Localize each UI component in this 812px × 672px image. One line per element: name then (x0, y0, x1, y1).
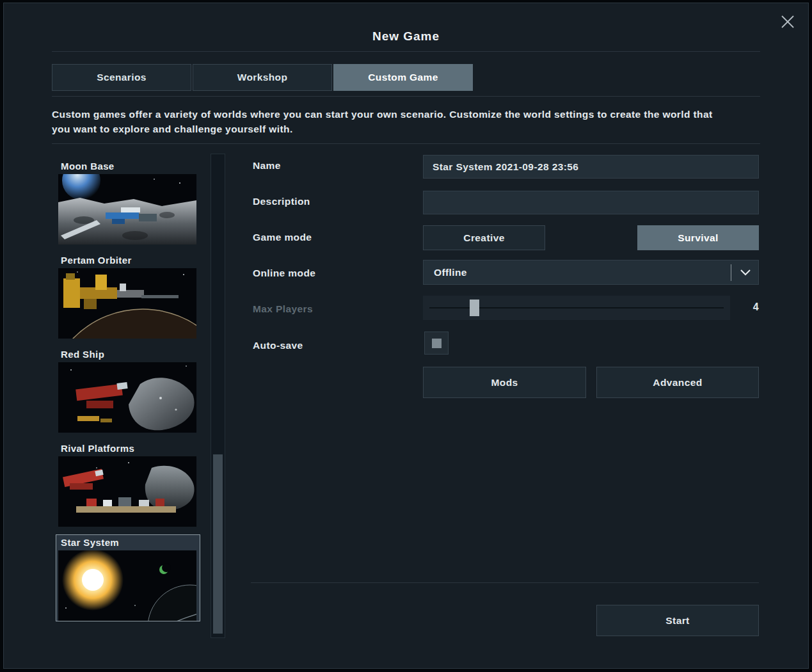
survival-button[interactable]: Survival (637, 225, 759, 250)
tab-workshop[interactable]: Workshop (193, 64, 332, 91)
max-players-value: 4 (736, 301, 759, 313)
scenario-item-pertam-orbiter[interactable]: Pertam Orbiter (56, 253, 200, 339)
close-icon (780, 14, 795, 29)
online-mode-dropdown[interactable]: Offline (423, 260, 759, 285)
rival-platforms-thumbnail (58, 456, 196, 527)
dropdown-separator (731, 264, 731, 281)
name-input[interactable] (423, 155, 759, 179)
dialog-title: New Game (0, 29, 812, 44)
max-players-slider[interactable] (423, 296, 730, 320)
max-players-label: Max Players (253, 303, 313, 315)
scenario-name: Red Ship (58, 348, 198, 362)
online-mode-label: Online mode (253, 268, 315, 279)
divider-under-tabs (52, 96, 760, 97)
divider-under-intro (52, 143, 760, 144)
scenario-name: Rival Platforms (58, 442, 198, 456)
scenario-item-red-ship[interactable]: Red Ship (56, 347, 200, 433)
tab-bar: Scenarios Workshop Custom Game (52, 64, 473, 91)
description-input[interactable] (423, 191, 759, 214)
tab-scenarios[interactable]: Scenarios (52, 64, 191, 91)
close-button[interactable] (778, 12, 797, 31)
red-ship-thumbnail (58, 362, 196, 433)
description-label: Description (253, 196, 310, 207)
checkbox-mark (432, 339, 442, 348)
scenario-item-rival-platforms[interactable]: Rival Platforms (56, 441, 200, 527)
star-system-thumbnail (58, 550, 196, 621)
autosave-label: Auto-save (253, 340, 303, 351)
tab-custom-game[interactable]: Custom Game (333, 64, 473, 91)
game-mode-label: Game mode (253, 232, 312, 243)
advanced-button[interactable]: Advanced (596, 367, 759, 398)
intro-text: Custom games offer a variety of worlds w… (52, 107, 724, 136)
scenario-list-scrollbar-thumb[interactable] (213, 454, 223, 634)
scenario-list: Moon Base (56, 159, 202, 629)
scenario-list-scrollbar-track[interactable] (211, 154, 225, 638)
start-button[interactable]: Start (596, 605, 759, 636)
moon-base-thumbnail (58, 174, 196, 244)
name-label: Name (253, 160, 281, 172)
scenario-item-moon-base[interactable]: Moon Base (56, 159, 200, 244)
divider-top (52, 51, 760, 52)
online-mode-value: Offline (424, 267, 731, 278)
creative-button[interactable]: Creative (423, 225, 545, 250)
pertam-orbiter-thumbnail (58, 268, 196, 339)
new-game-screen: New Game Scenarios Workshop Custom Game … (0, 0, 812, 672)
scenario-item-star-system[interactable]: Star System (56, 535, 200, 621)
scenario-name: Star System (58, 536, 198, 550)
chevron-down-icon (738, 269, 753, 276)
autosave-checkbox[interactable] (424, 332, 449, 355)
slider-thumb[interactable] (470, 300, 479, 316)
divider-bottom (251, 582, 759, 583)
mods-button[interactable]: Mods (423, 367, 586, 398)
scenario-name: Moon Base (58, 160, 198, 174)
scenario-name: Pertam Orbiter (58, 254, 198, 268)
